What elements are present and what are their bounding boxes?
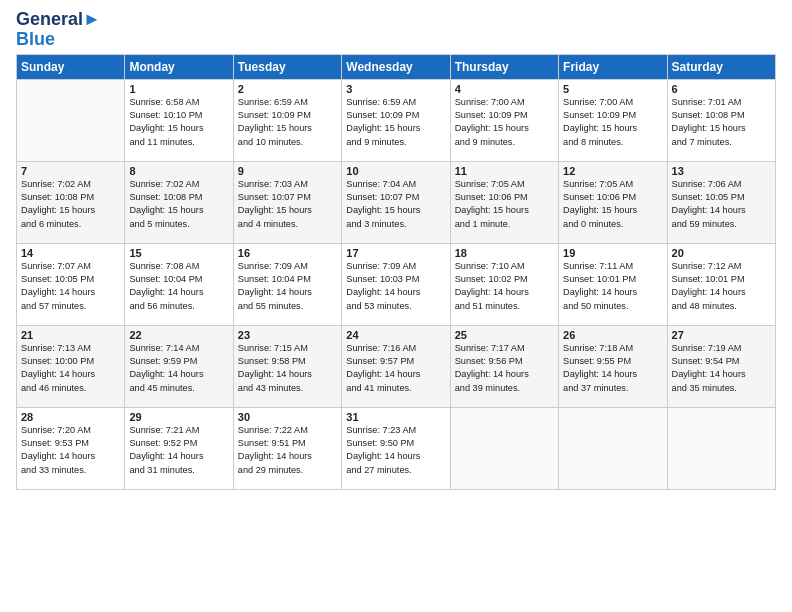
day-number: 13: [672, 165, 771, 177]
day-cell: 22Sunrise: 7:14 AMSunset: 9:59 PMDayligh…: [125, 325, 233, 407]
day-info: Sunrise: 7:10 AMSunset: 10:02 PMDaylight…: [455, 260, 554, 313]
day-cell: 4Sunrise: 7:00 AMSunset: 10:09 PMDayligh…: [450, 79, 558, 161]
day-cell: 28Sunrise: 7:20 AMSunset: 9:53 PMDayligh…: [17, 407, 125, 489]
day-number: 11: [455, 165, 554, 177]
day-number: 18: [455, 247, 554, 259]
day-info: Sunrise: 7:14 AMSunset: 9:59 PMDaylight:…: [129, 342, 228, 395]
day-cell: 24Sunrise: 7:16 AMSunset: 9:57 PMDayligh…: [342, 325, 450, 407]
day-number: 27: [672, 329, 771, 341]
day-info: Sunrise: 7:11 AMSunset: 10:01 PMDaylight…: [563, 260, 662, 313]
day-cell: [667, 407, 775, 489]
day-number: 25: [455, 329, 554, 341]
day-cell: 3Sunrise: 6:59 AMSunset: 10:09 PMDayligh…: [342, 79, 450, 161]
weekday-header-friday: Friday: [559, 54, 667, 79]
day-info: Sunrise: 7:13 AMSunset: 10:00 PMDaylight…: [21, 342, 120, 395]
day-cell: 31Sunrise: 7:23 AMSunset: 9:50 PMDayligh…: [342, 407, 450, 489]
day-cell: 11Sunrise: 7:05 AMSunset: 10:06 PMDaylig…: [450, 161, 558, 243]
day-number: 19: [563, 247, 662, 259]
logo-blue: Blue: [16, 30, 101, 50]
logo: General► Blue: [16, 10, 101, 50]
day-info: Sunrise: 7:05 AMSunset: 10:06 PMDaylight…: [563, 178, 662, 231]
day-number: 24: [346, 329, 445, 341]
day-number: 16: [238, 247, 337, 259]
day-number: 31: [346, 411, 445, 423]
day-cell: 14Sunrise: 7:07 AMSunset: 10:05 PMDaylig…: [17, 243, 125, 325]
day-cell: 13Sunrise: 7:06 AMSunset: 10:05 PMDaylig…: [667, 161, 775, 243]
day-number: 20: [672, 247, 771, 259]
weekday-header-row: SundayMondayTuesdayWednesdayThursdayFrid…: [17, 54, 776, 79]
day-number: 26: [563, 329, 662, 341]
day-cell: 8Sunrise: 7:02 AMSunset: 10:08 PMDayligh…: [125, 161, 233, 243]
weekday-header-thursday: Thursday: [450, 54, 558, 79]
day-cell: [450, 407, 558, 489]
day-number: 17: [346, 247, 445, 259]
day-cell: 20Sunrise: 7:12 AMSunset: 10:01 PMDaylig…: [667, 243, 775, 325]
day-cell: 10Sunrise: 7:04 AMSunset: 10:07 PMDaylig…: [342, 161, 450, 243]
day-number: 8: [129, 165, 228, 177]
day-cell: 12Sunrise: 7:05 AMSunset: 10:06 PMDaylig…: [559, 161, 667, 243]
header: General► Blue: [16, 10, 776, 50]
day-info: Sunrise: 6:58 AMSunset: 10:10 PMDaylight…: [129, 96, 228, 149]
day-cell: 1Sunrise: 6:58 AMSunset: 10:10 PMDayligh…: [125, 79, 233, 161]
day-info: Sunrise: 7:22 AMSunset: 9:51 PMDaylight:…: [238, 424, 337, 477]
day-number: 14: [21, 247, 120, 259]
day-number: 4: [455, 83, 554, 95]
day-info: Sunrise: 7:05 AMSunset: 10:06 PMDaylight…: [455, 178, 554, 231]
day-info: Sunrise: 7:08 AMSunset: 10:04 PMDaylight…: [129, 260, 228, 313]
day-info: Sunrise: 7:03 AMSunset: 10:07 PMDaylight…: [238, 178, 337, 231]
calendar-table: SundayMondayTuesdayWednesdayThursdayFrid…: [16, 54, 776, 490]
day-info: Sunrise: 7:02 AMSunset: 10:08 PMDaylight…: [129, 178, 228, 231]
day-cell: 15Sunrise: 7:08 AMSunset: 10:04 PMDaylig…: [125, 243, 233, 325]
day-cell: 25Sunrise: 7:17 AMSunset: 9:56 PMDayligh…: [450, 325, 558, 407]
week-row-2: 7Sunrise: 7:02 AMSunset: 10:08 PMDayligh…: [17, 161, 776, 243]
day-cell: [17, 79, 125, 161]
day-cell: 29Sunrise: 7:21 AMSunset: 9:52 PMDayligh…: [125, 407, 233, 489]
day-number: 29: [129, 411, 228, 423]
day-number: 28: [21, 411, 120, 423]
day-number: 12: [563, 165, 662, 177]
day-cell: 18Sunrise: 7:10 AMSunset: 10:02 PMDaylig…: [450, 243, 558, 325]
day-info: Sunrise: 6:59 AMSunset: 10:09 PMDaylight…: [238, 96, 337, 149]
day-cell: 21Sunrise: 7:13 AMSunset: 10:00 PMDaylig…: [17, 325, 125, 407]
day-cell: 5Sunrise: 7:00 AMSunset: 10:09 PMDayligh…: [559, 79, 667, 161]
day-info: Sunrise: 7:16 AMSunset: 9:57 PMDaylight:…: [346, 342, 445, 395]
day-info: Sunrise: 7:09 AMSunset: 10:03 PMDaylight…: [346, 260, 445, 313]
day-info: Sunrise: 7:09 AMSunset: 10:04 PMDaylight…: [238, 260, 337, 313]
day-info: Sunrise: 7:12 AMSunset: 10:01 PMDaylight…: [672, 260, 771, 313]
day-cell: 19Sunrise: 7:11 AMSunset: 10:01 PMDaylig…: [559, 243, 667, 325]
logo-text: General►: [16, 10, 101, 30]
day-cell: 7Sunrise: 7:02 AMSunset: 10:08 PMDayligh…: [17, 161, 125, 243]
weekday-header-monday: Monday: [125, 54, 233, 79]
weekday-header-tuesday: Tuesday: [233, 54, 341, 79]
day-info: Sunrise: 7:01 AMSunset: 10:08 PMDaylight…: [672, 96, 771, 149]
week-row-1: 1Sunrise: 6:58 AMSunset: 10:10 PMDayligh…: [17, 79, 776, 161]
day-info: Sunrise: 6:59 AMSunset: 10:09 PMDaylight…: [346, 96, 445, 149]
day-number: 10: [346, 165, 445, 177]
day-info: Sunrise: 7:20 AMSunset: 9:53 PMDaylight:…: [21, 424, 120, 477]
day-number: 5: [563, 83, 662, 95]
day-number: 9: [238, 165, 337, 177]
day-info: Sunrise: 7:19 AMSunset: 9:54 PMDaylight:…: [672, 342, 771, 395]
weekday-header-saturday: Saturday: [667, 54, 775, 79]
day-number: 22: [129, 329, 228, 341]
day-info: Sunrise: 7:23 AMSunset: 9:50 PMDaylight:…: [346, 424, 445, 477]
day-info: Sunrise: 7:04 AMSunset: 10:07 PMDaylight…: [346, 178, 445, 231]
day-cell: 26Sunrise: 7:18 AMSunset: 9:55 PMDayligh…: [559, 325, 667, 407]
day-info: Sunrise: 7:21 AMSunset: 9:52 PMDaylight:…: [129, 424, 228, 477]
day-number: 3: [346, 83, 445, 95]
week-row-4: 21Sunrise: 7:13 AMSunset: 10:00 PMDaylig…: [17, 325, 776, 407]
day-number: 21: [21, 329, 120, 341]
day-cell: 9Sunrise: 7:03 AMSunset: 10:07 PMDayligh…: [233, 161, 341, 243]
day-cell: [559, 407, 667, 489]
day-info: Sunrise: 7:02 AMSunset: 10:08 PMDaylight…: [21, 178, 120, 231]
weekday-header-wednesday: Wednesday: [342, 54, 450, 79]
day-cell: 6Sunrise: 7:01 AMSunset: 10:08 PMDayligh…: [667, 79, 775, 161]
week-row-3: 14Sunrise: 7:07 AMSunset: 10:05 PMDaylig…: [17, 243, 776, 325]
day-cell: 2Sunrise: 6:59 AMSunset: 10:09 PMDayligh…: [233, 79, 341, 161]
day-cell: 30Sunrise: 7:22 AMSunset: 9:51 PMDayligh…: [233, 407, 341, 489]
day-cell: 27Sunrise: 7:19 AMSunset: 9:54 PMDayligh…: [667, 325, 775, 407]
day-number: 15: [129, 247, 228, 259]
day-info: Sunrise: 7:17 AMSunset: 9:56 PMDaylight:…: [455, 342, 554, 395]
day-cell: 16Sunrise: 7:09 AMSunset: 10:04 PMDaylig…: [233, 243, 341, 325]
weekday-header-sunday: Sunday: [17, 54, 125, 79]
